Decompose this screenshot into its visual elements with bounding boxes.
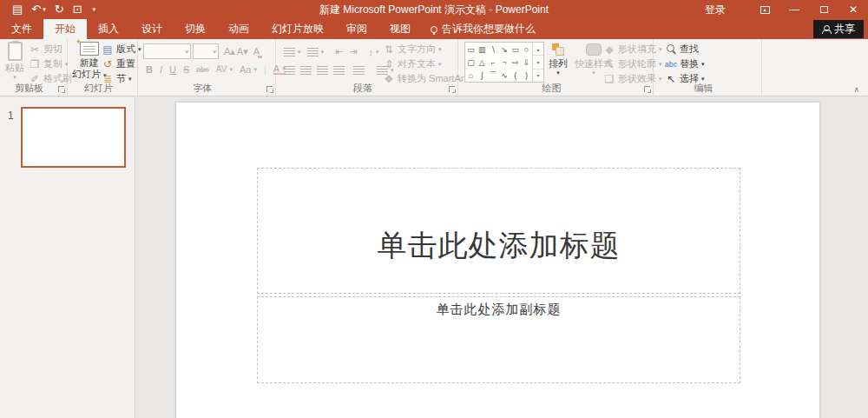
justify-icon[interactable] [333, 66, 345, 75]
copy-button[interactable]: ❐复制▾ [29, 56, 72, 71]
shape-down-arrow[interactable]: ⇩ [521, 56, 532, 69]
shape-elbow-arrow[interactable]: ¬ [498, 56, 510, 69]
drawing-dialog-launcher[interactable] [644, 86, 650, 92]
underline-button[interactable]: U [169, 64, 176, 75]
italic-button[interactable]: I [160, 64, 162, 75]
tab-transitions[interactable]: 切换 [174, 19, 217, 39]
shape-vertical-textbox[interactable]: ▥ [477, 43, 488, 56]
gallery-up-button[interactable]: ▴ [533, 43, 543, 55]
shape-scribble[interactable]: ʃ [477, 69, 488, 82]
tab-animations[interactable]: 动画 [217, 19, 260, 39]
shape-rectangle[interactable]: ▭ [510, 43, 521, 56]
caret-up-icon: ▴ [763, 7, 766, 12]
line-spacing-icon: ↕ [368, 47, 373, 57]
numbering-button[interactable]: ▾ [307, 44, 325, 59]
shape-curve[interactable]: ∿ [498, 69, 510, 82]
replace-dropdown-icon: ▾ [701, 61, 705, 67]
section-dropdown-icon: ▾ [128, 76, 132, 82]
undo-dropdown-icon[interactable]: ▾ [43, 0, 46, 19]
ribbon-display-options-icon: ▴ [760, 6, 770, 14]
editing-group-label: 编辑 [654, 82, 753, 95]
font-name-combobox[interactable]: ▾ [143, 43, 191, 59]
close-button[interactable]: ✕ [838, 0, 868, 19]
increase-indent-button[interactable]: ⇥ [349, 44, 357, 59]
tab-view[interactable]: 视图 [378, 19, 422, 39]
shadow-button[interactable]: S [183, 64, 189, 75]
strikethrough-button[interactable]: abc [196, 65, 209, 74]
change-case-button[interactable]: Aa▾ [240, 62, 257, 76]
decrease-indent-button[interactable]: ⇤ [335, 44, 343, 59]
shape-triangle[interactable]: △ [477, 56, 488, 69]
shape-arc[interactable]: ⌒ [488, 69, 499, 82]
paragraph-dialog-launcher[interactable] [449, 86, 455, 92]
arrange-button[interactable]: 排列 ▾ [549, 43, 568, 76]
replace-label: 替换 [680, 57, 699, 70]
shape-textbox[interactable]: ▭ [465, 43, 477, 56]
shape-arrow-line[interactable]: ↘ [498, 43, 510, 56]
subtitle-placeholder-text: 单击此处添加副标题 [437, 297, 562, 318]
shape-oval[interactable]: ○ [521, 43, 532, 56]
ribbon-display-options-button[interactable]: ▴ [750, 0, 779, 19]
tab-slideshow[interactable]: 幻灯片放映 [260, 19, 335, 39]
maximize-button[interactable] [809, 0, 838, 19]
minimize-button[interactable]: — [779, 0, 809, 19]
tab-file[interactable]: 文件 [0, 19, 43, 39]
group-slides: 新建 幻灯片 ▾ ▤版式▾ ↺重置 ≣节▾ 幻灯片 [69, 39, 138, 96]
subtitle-placeholder[interactable]: 单击此处添加副标题 [257, 296, 740, 383]
collapse-ribbon-button[interactable]: ∧ [853, 85, 859, 94]
layout-button[interactable]: ▤版式▾ [102, 42, 141, 56]
tell-me-box[interactable]: 告诉我你想要做什么 [422, 19, 544, 39]
shape-rounded-rectangle[interactable]: ▢ [465, 56, 477, 69]
character-spacing-button[interactable]: AV▾ [216, 62, 233, 76]
shape-elbow-connector[interactable]: ⌐ [488, 56, 499, 69]
paste-dropdown-icon: ▾ [13, 74, 16, 80]
cut-button[interactable]: ✂剪切 [29, 42, 72, 56]
replace-button[interactable]: abc替换▾ [665, 56, 705, 71]
editing-buttons: 查找 abc替换▾ ↖选择▾ [665, 42, 705, 86]
bullets-button[interactable]: ▾ [284, 44, 301, 59]
share-label: 共享 [834, 22, 855, 36]
clear-formatting-button[interactable]: A [253, 44, 260, 59]
align-left-icon[interactable] [284, 66, 295, 75]
shape-outline-button[interactable]: ✎形状轮廓▾ [603, 56, 662, 71]
shape-right-brace[interactable]: ) [521, 69, 532, 82]
slide-canvas[interactable]: 单击此处添加标题 单击此处添加副标题 [176, 103, 819, 418]
gallery-more-button[interactable]: ▾ [533, 69, 543, 82]
numbering-dropdown-icon: ▾ [321, 49, 325, 55]
save-icon[interactable]: ▤ [12, 0, 23, 19]
start-slideshow-icon[interactable]: ⊡ [73, 0, 82, 19]
align-center-icon[interactable] [300, 66, 312, 75]
sign-in-button[interactable]: 登录 [705, 3, 726, 17]
quick-access-toolbar: ▤ ↶▾ ↻ ⊡ ▾ [0, 0, 95, 19]
arrange-dropdown-icon: ▾ [556, 70, 560, 76]
drawing-right-column: ◆形状填充▾ ✎形状轮廓▾ ❏形状效果▾ [603, 42, 662, 86]
undo-icon[interactable]: ↶▾ [31, 0, 45, 19]
grow-font-button[interactable]: A▴ [224, 44, 235, 59]
gallery-down-button[interactable]: ▾ [533, 55, 543, 68]
share-button[interactable]: 共享 [813, 20, 864, 38]
find-button[interactable]: 查找 [665, 42, 705, 56]
slide-thumbnail[interactable] [21, 107, 126, 168]
reset-button[interactable]: ↺重置 [102, 56, 141, 71]
line-spacing-button[interactable]: ↕▾ [368, 44, 378, 59]
font-dialog-launcher[interactable] [266, 86, 273, 92]
redo-icon[interactable]: ↻ [55, 0, 64, 19]
shape-freeform[interactable]: ⌂ [465, 69, 477, 82]
shape-left-brace[interactable]: ( [510, 69, 521, 82]
customize-qat-icon[interactable]: ▾ [93, 0, 96, 19]
tab-review[interactable]: 审阅 [335, 19, 378, 39]
shape-right-arrow[interactable]: ⇨ [510, 56, 521, 69]
shape-fill-button[interactable]: ◆形状填充▾ [603, 42, 662, 56]
tab-design[interactable]: 设计 [130, 19, 174, 39]
paste-button[interactable]: 粘贴 ▾ [5, 42, 24, 80]
layout-label: 版式 [116, 43, 135, 56]
clipboard-dialog-launcher[interactable] [58, 86, 64, 92]
bold-button[interactable]: B [146, 64, 153, 75]
title-placeholder[interactable]: 单击此处添加标题 [257, 168, 740, 294]
distribute-icon[interactable] [353, 66, 365, 75]
font-size-combobox[interactable]: ▾ [193, 43, 219, 59]
shape-line[interactable]: ∖ [488, 43, 499, 56]
shrink-font-button[interactable]: A▾ [237, 44, 248, 59]
align-right-icon[interactable] [317, 66, 328, 75]
tab-insert[interactable]: 插入 [87, 19, 130, 39]
